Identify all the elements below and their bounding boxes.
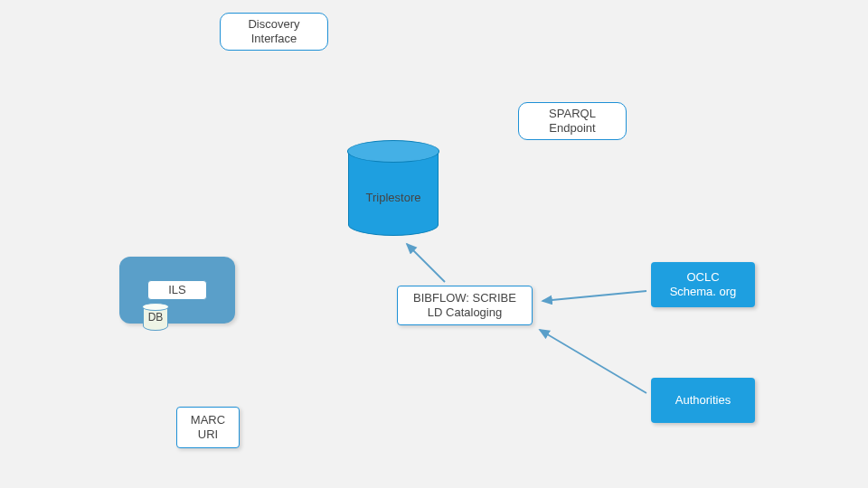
ils-label: ILS <box>147 280 207 300</box>
triplestore-label: Triplestore <box>298 191 488 204</box>
sparql-label: SPARQL Endpoint <box>549 107 596 135</box>
ils-label-node: ILS <box>119 280 235 300</box>
arrow-bibflow-triplestore <box>407 244 445 282</box>
arrow-authorities-bibflow <box>540 330 646 393</box>
authorities-label: Authorities <box>675 393 731 408</box>
bibflow-node: BIBFLOW: SCRIBE LD Cataloging <box>397 286 533 325</box>
triplestore-cylinder <box>348 141 439 236</box>
marc-uri-node: MARC URI <box>176 407 240 448</box>
arrow-oclc-bibflow <box>542 291 646 301</box>
sparql-endpoint-node: SPARQL Endpoint <box>518 102 627 140</box>
discovery-label: Discovery Interface <box>248 17 299 45</box>
oclc-label: OCLC Schema. org <box>670 270 737 298</box>
authorities-node: Authorities <box>651 378 755 423</box>
db-label: DB <box>134 311 177 324</box>
marc-label: MARC URI <box>191 413 225 441</box>
oclc-node: OCLC Schema. org <box>651 262 755 307</box>
discovery-interface-node: Discovery Interface <box>220 13 328 51</box>
bibflow-label: BIBFLOW: SCRIBE LD Cataloging <box>413 291 516 319</box>
